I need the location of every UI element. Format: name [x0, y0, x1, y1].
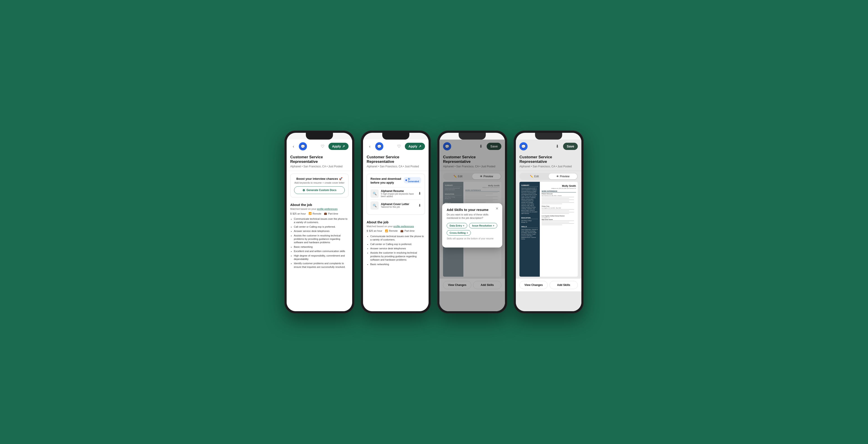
phones-container: ‹ 💬 ♡ Apply ↗ Customer Service Represent…: [284, 131, 584, 313]
profile-link-1: Matched based on your profile preference…: [290, 208, 348, 210]
job-title-2: Customer Service Representative: [367, 155, 425, 164]
screen-content-1: ‹ 💬 ♡ Apply ↗ Customer Service Represent…: [287, 140, 352, 311]
apply-button-2[interactable]: Apply ↗: [405, 143, 425, 150]
bullet-2-4: Assists the customer in resolving techni…: [370, 251, 425, 262]
heart-button-1[interactable]: ♡: [319, 143, 326, 150]
profile-link-2: Matched based on your profile preference…: [367, 225, 425, 228]
edit-icon-4: ✏️: [530, 175, 533, 178]
job-info-2: Customer Service Representative Alphanet…: [363, 153, 429, 171]
phone-4: 💬 ⬇ Save Customer Service Representative…: [514, 131, 584, 313]
job-bullets-1: Communicate technical issues over the ph…: [290, 217, 348, 269]
about-section-1: About the job Matched based on your prof…: [287, 200, 352, 272]
bullet-8: Identify customer problems and complaint…: [294, 262, 348, 269]
doc-resume-info: Alphanet Resume 5 high-impact job keywor…: [381, 190, 416, 198]
skill-issue-resolution[interactable]: Issue Resolution +: [469, 223, 497, 228]
profile-pref-link-2[interactable]: profile preferences: [393, 225, 414, 228]
skills-row: Data Entry + Issue Resolution +: [447, 223, 498, 228]
remote-tag-2: 📶 Remote: [385, 230, 398, 232]
download-icon-4[interactable]: ⬇: [556, 144, 559, 149]
bullet-7: High degree of responsibility, commitmen…: [294, 254, 348, 261]
save-button-4[interactable]: Save: [563, 143, 578, 150]
resume-preview-4: Summary Seasoned professional with 11 ye…: [520, 182, 578, 277]
bullet-2-5: Basic networking: [370, 263, 425, 266]
plus-icon-skill-1: +: [463, 224, 464, 227]
about-section-2: About the job Matched based on your prof…: [363, 217, 429, 270]
cover-download-icon[interactable]: ⬇: [418, 203, 421, 208]
avatar-4: 💬: [520, 142, 528, 150]
edit-preview-tabs-4: ✏️ Edit 👁 Preview: [520, 173, 578, 180]
boost-subtitle: Add keywords to resume + create cover le…: [294, 181, 345, 184]
preview-tab-4[interactable]: 👁 Preview: [549, 173, 577, 179]
job-info-1: Customer Service Representative Alphanet…: [287, 153, 352, 171]
job-info-4: Customer Service Representative Alphanet…: [516, 153, 581, 171]
modal-desc: Do you want to add any of these skills m…: [447, 213, 498, 220]
modal-close-button[interactable]: ✕: [494, 206, 500, 211]
job-meta-2: Alphanet • San Francisco, CA • Just Post…: [367, 165, 425, 168]
plus-icon: ⊕: [303, 189, 305, 192]
briefcase-icon-2: 💼: [400, 230, 403, 232]
bullet-4: Assists the customer in resolving techni…: [294, 234, 348, 244]
job-tags-1: $ $25 an hour 📶 Remote 💼 Part-time: [290, 212, 348, 215]
notch-2: [382, 133, 409, 140]
external-link-icon: ↗: [342, 144, 345, 148]
add-skills-modal: ✕ Add Skills to your resume Do you want …: [442, 203, 502, 248]
header-bar-1: ‹ 💬 ♡ Apply ↗: [287, 140, 352, 153]
wifi-icon-2: 📶: [385, 230, 388, 232]
salary-icon-2: $: [367, 230, 368, 232]
plus-icon-skill-3: +: [467, 232, 468, 234]
ai-badge: AI Generated: [404, 177, 421, 183]
bullet-1: Communicate technical issues over the ph…: [294, 217, 348, 224]
skill-data-entry[interactable]: Data Entry +: [447, 223, 467, 228]
job-title-4: Customer Service Representative: [520, 155, 578, 164]
doc-resume-icon: 🔍: [370, 190, 379, 198]
skill-cross-selling[interactable]: Cross-Selling +: [447, 230, 471, 236]
notch-4: [535, 133, 562, 140]
review-card: Review and download before you apply AI …: [367, 174, 425, 215]
bullet-3: Answer service desk telephones: [294, 230, 348, 233]
header-bar-2: ‹ 💬 ♡ Apply ↗: [363, 140, 429, 153]
salary-icon: $: [290, 212, 291, 215]
wifi-icon: 📶: [309, 212, 312, 215]
bullet-5: Basic networking: [294, 245, 348, 249]
bullet-2-2: Call center or Calling exp is preferred.: [370, 243, 425, 246]
job-tags-2: $ $25 an hour 📶 Remote 💼 Part-time: [367, 230, 425, 232]
bottom-actions-4: View Changes Add Skills: [516, 278, 581, 291]
boost-card: Boost your interview chances 🚀 Add keywo…: [290, 174, 348, 197]
apply-button-1[interactable]: Apply ↗: [329, 143, 348, 150]
review-title: Review and download before you apply: [370, 177, 404, 185]
job-meta-1: Alphanet • San Francisco, CA • Just Post…: [290, 165, 348, 168]
bullet-2-1: Communicate technical issues over the ph…: [370, 235, 425, 242]
phone-3: 💬 ⬇ Save Customer Service Representative…: [437, 131, 507, 313]
bullet-2: Call center or Calling exp is preferred.: [294, 225, 348, 229]
back-button-2[interactable]: ‹: [367, 143, 373, 149]
job-bullets-2: Communicate technical issues over the ph…: [367, 235, 425, 266]
about-title-2: About the job: [367, 220, 425, 224]
phone-4-screen: 💬 ⬇ Save Customer Service Representative…: [516, 133, 581, 311]
header-bar-4: 💬 ⬇ Save: [516, 140, 581, 153]
screen-content-3: 💬 ⬇ Save Customer Service Representative…: [439, 140, 505, 311]
view-changes-button-4[interactable]: View Changes: [520, 281, 548, 289]
notch-3: [459, 133, 486, 140]
modal-footer-text: Skills will appear on the bottom of your…: [447, 237, 498, 240]
profile-preferences-link[interactable]: profile preferences: [317, 208, 338, 210]
add-skills-button-4[interactable]: Add Skills: [550, 281, 578, 289]
phone-2-screen: ‹ 💬 ♡ Apply ↗ Customer Service Represent…: [363, 133, 429, 311]
generate-docs-button[interactable]: ⊕ Generate Custom Docs: [294, 186, 345, 194]
modal-overlay-3: ✕ Add Skills to your resume Do you want …: [439, 140, 505, 311]
heart-button-2[interactable]: ♡: [395, 143, 403, 150]
external-link-icon-2: ↗: [418, 144, 421, 148]
resume-download-icon[interactable]: ⬇: [418, 191, 421, 196]
preview-icon-4: 👁: [556, 175, 559, 178]
back-button-1[interactable]: ‹: [290, 143, 297, 149]
screen-content-2: ‹ 💬 ♡ Apply ↗ Customer Service Represent…: [363, 140, 429, 311]
bullet-6: Excellent oral and written communication…: [294, 249, 348, 253]
review-header: Review and download before you apply AI …: [370, 177, 421, 185]
doc-item-cover: 🔍 Alphanet Cover Letter Tailored for thi…: [370, 199, 421, 211]
ai-dot-icon: [405, 179, 407, 181]
edit-tab-4[interactable]: ✏️ Edit: [520, 173, 549, 179]
notch-1: [306, 133, 333, 140]
job-title-1: Customer Service Representative: [290, 155, 348, 164]
phone-3-screen: 💬 ⬇ Save Customer Service Representative…: [439, 133, 505, 311]
remote-tag: 📶 Remote: [309, 212, 321, 215]
screen-content-4: 💬 ⬇ Save Customer Service Representative…: [516, 140, 581, 311]
